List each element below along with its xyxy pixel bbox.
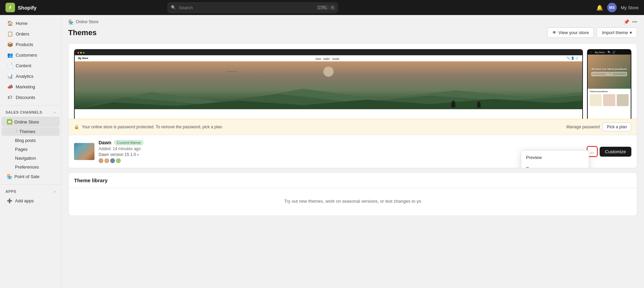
dot-green xyxy=(83,52,85,54)
sidebar-item-point-of-sale[interactable]: 🏪 Point of Sale xyxy=(1,172,60,182)
desktop-bar xyxy=(75,50,582,55)
sidebar-customers-label: Customers xyxy=(16,53,37,58)
pick-plan-button[interactable]: Pick a plan xyxy=(602,123,631,131)
manage-password-link[interactable]: Manage password xyxy=(566,125,600,129)
preferences-label: Preferences xyxy=(15,164,39,170)
customize-button[interactable]: Customize xyxy=(600,147,631,157)
chevron-down-icon: ▾ xyxy=(630,30,632,35)
current-theme-badge: Current theme xyxy=(114,140,143,145)
products-icon: 📦 xyxy=(7,42,13,47)
navigation-label: Navigation xyxy=(15,156,36,161)
view-store-button[interactable]: 👁 View your store xyxy=(547,27,594,38)
pin-button[interactable]: 📌 xyxy=(624,19,629,25)
mobile-dots: ≡ xyxy=(590,51,592,54)
themes-sub-label: Themes xyxy=(19,129,35,134)
sidebar-content-label: Content xyxy=(16,63,31,68)
topbar-right: 🔔 MS My Store xyxy=(596,3,639,12)
store-name: My Store xyxy=(621,5,639,10)
home-icon: 🏠 xyxy=(7,20,13,26)
mobile-hero-btn: Shop all xyxy=(591,72,627,76)
theme-preview-card: My Store Home Catalog Contact 🔍 👤 🛒 xyxy=(68,43,637,168)
ctrl-key: CTRL xyxy=(317,5,329,10)
sidebar-sub-navigation[interactable]: Navigation xyxy=(1,154,60,162)
apps-chevron-icon: › xyxy=(54,189,56,193)
theme-version[interactable]: Dawn version 15.1.0 ▾ xyxy=(99,152,583,157)
hero-birds: 〜 〜 〜 xyxy=(227,70,236,74)
dropdown-item-preview[interactable]: Preview xyxy=(521,152,589,163)
sidebar-item-marketing[interactable]: 📣 Marketing xyxy=(1,82,60,92)
search-icon: 🔍 xyxy=(171,5,176,10)
sidebar-sub-preferences[interactable]: Preferences xyxy=(1,163,60,171)
swatch-2 xyxy=(104,158,109,163)
import-theme-label: Import theme xyxy=(602,30,628,35)
sidebar-item-discounts[interactable]: 🏷 Discounts xyxy=(1,92,60,102)
k-key: K xyxy=(330,5,336,10)
orders-icon: 📋 xyxy=(7,31,13,37)
svg-rect-0 xyxy=(8,121,11,123)
theme-swatches xyxy=(99,158,583,163)
chevron-icon: › xyxy=(54,110,56,114)
mobile-product-thumb-3 xyxy=(617,94,629,106)
nav-home: Home xyxy=(316,57,321,59)
search-input[interactable] xyxy=(167,2,338,13)
mobile-bar: ≡ My Store 🔍 🛒 xyxy=(588,50,631,55)
sidebar-sub-pages[interactable]: Pages xyxy=(1,145,60,154)
sidebar-analytics-label: Analytics xyxy=(16,74,33,79)
sidebar-item-customers[interactable]: 👥 Customers xyxy=(1,50,60,60)
sidebar-item-home[interactable]: 🏠 Home xyxy=(1,18,60,28)
topbar-logo: shopify xyxy=(5,3,36,12)
online-store-icon xyxy=(7,119,12,125)
mobile-hero: Browse our latest products Shop all xyxy=(588,55,631,89)
dot-yellow xyxy=(80,52,82,54)
mobile-nav-icons: 🔍 🛒 xyxy=(608,51,616,54)
avatar: MS xyxy=(607,3,617,12)
theme-version-text: Dawn version 15.1.0 xyxy=(99,152,136,157)
sidebar-item-content[interactable]: 📄 Content xyxy=(1,60,60,71)
add-apps-icon: ➕ xyxy=(7,198,12,203)
dropdown-item-rename[interactable]: Rename xyxy=(521,163,589,168)
preview-nav-links: Home Catalog Contact xyxy=(316,57,339,59)
mobile-product-thumb-1 xyxy=(590,94,602,106)
theme-info: Dawn Current theme Added: 14 minutes ago… xyxy=(99,140,583,163)
sidebar: 🏠 Home 📋 Orders 📦 Products 👥 Customers 📄… xyxy=(0,15,61,288)
page-content: Themes 👁 View your store Import theme ▾ xyxy=(61,27,644,227)
swatch-1 xyxy=(99,158,103,163)
import-theme-button[interactable]: Import theme ▾ xyxy=(597,27,637,38)
customers-icon: 👥 xyxy=(7,52,13,58)
sidebar-item-add-apps[interactable]: ➕ Add apps xyxy=(1,196,60,206)
preview-nav-brand: My Store xyxy=(78,57,88,59)
nav-catalog: Catalog xyxy=(323,57,330,59)
preview-nav-icons: 🔍 👤 🛒 xyxy=(567,57,579,60)
mobile-search-icon: 🔍 xyxy=(608,51,611,54)
shopify-label: shopify xyxy=(18,5,36,11)
sidebar-item-orders[interactable]: 📋 Orders xyxy=(1,29,60,39)
preview-hero: 〜 〜 〜 xyxy=(75,61,582,109)
themes-sub-indent: └ xyxy=(15,129,18,134)
theme-library-text: Try out new themes, work on seasonal ver… xyxy=(284,199,421,204)
sidebar-item-online-store[interactable]: Online Store xyxy=(1,117,60,127)
apps-label: Apps xyxy=(5,189,16,193)
bell-icon[interactable]: 🔔 xyxy=(596,4,603,11)
apps-header: Apps › xyxy=(0,187,61,196)
preview-nav: My Store Home Catalog Contact 🔍 👤 🛒 xyxy=(75,55,582,61)
nav-person-icon: 👤 xyxy=(571,57,574,60)
theme-thumbnail xyxy=(74,143,94,160)
eye-icon: 👁 xyxy=(552,30,557,35)
topbar: shopify 🔍 CTRL K 🔔 MS My Store xyxy=(0,0,644,15)
sidebar-sub-themes[interactable]: └ Themes xyxy=(1,127,60,136)
blog-posts-label: Blog posts xyxy=(15,138,36,143)
mobile-product-thumb-2 xyxy=(603,94,615,106)
hamburger-icon: ≡ xyxy=(590,51,592,54)
sidebar-item-analytics[interactable]: 📊 Analytics xyxy=(1,71,60,81)
sidebar-sub-blog-posts[interactable]: Blog posts xyxy=(1,136,60,145)
sidebar-item-products[interactable]: 📦 Products xyxy=(1,39,60,49)
page-title: Themes xyxy=(68,28,97,37)
password-notice-right: Manage password Pick a plan xyxy=(566,123,631,131)
pos-label: Point of Sale xyxy=(14,174,40,179)
breadcrumb: 🏪 Online Store xyxy=(68,19,99,25)
theme-added-text: Added: 14 minutes ago xyxy=(99,146,583,151)
nav-cart-icon: 🛒 xyxy=(575,57,579,60)
dropdown-menu: Preview Rename Duplicate Download theme … xyxy=(521,150,589,168)
mobile-featured: Featured products xyxy=(588,89,631,94)
breadcrumb-more-button[interactable]: ••• xyxy=(632,19,637,25)
